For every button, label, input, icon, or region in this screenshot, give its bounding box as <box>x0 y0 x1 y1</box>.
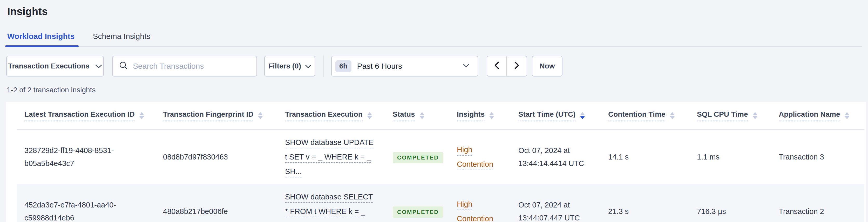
cell-application-name: Transaction 2 <box>771 184 864 222</box>
cell-execution-id: 452da3e7-e7fa-4801-aa40-c59988d14eb6 <box>17 184 155 222</box>
cell-status: COMPLETED <box>385 130 449 184</box>
cell-transaction-execution: SHOW database SELECT * FROM t WHERE k = … <box>277 184 385 222</box>
insight-link[interactable]: High Contention <box>457 200 493 222</box>
cell-sql-cpu-time: 1.1 ms <box>689 130 771 184</box>
search-box[interactable] <box>112 56 257 76</box>
column-header-transaction-execution[interactable]: Transaction Execution <box>277 102 385 130</box>
insight-link[interactable]: High Contention <box>457 146 493 168</box>
cell-fingerprint-id: 08d8b7d97f830463 <box>155 130 277 184</box>
transaction-execution-link[interactable]: SHOW database UPDATE t SET v = _ WHERE k… <box>285 138 374 176</box>
toolbar: Transaction Executions Filters (0) 6h Pa… <box>6 56 868 76</box>
cell-contention-time: 14.1 s <box>600 130 689 184</box>
now-button[interactable]: Now <box>532 56 562 76</box>
column-header-start-time[interactable]: Start Time (UTC) <box>510 102 600 130</box>
sort-icon <box>367 112 372 119</box>
cell-sql-cpu-time: 716.3 µs <box>689 184 771 222</box>
page-title: Insights <box>0 0 868 18</box>
cell-insight: High Contention <box>449 130 510 184</box>
transaction-execution-link[interactable]: SHOW database SELECT * FROM t WHERE k = … <box>285 193 373 222</box>
time-range-label: Past 6 Hours <box>357 62 463 70</box>
sort-desc-icon <box>580 112 585 119</box>
cell-insight: High Contention <box>449 184 510 222</box>
tab-schema-insights[interactable]: Schema Insights <box>92 27 151 46</box>
column-header-status[interactable]: Status <box>385 102 449 130</box>
sort-icon <box>489 112 494 119</box>
time-prev-button[interactable] <box>487 56 507 76</box>
sort-icon <box>753 112 757 119</box>
filters-button[interactable]: Filters (0) <box>264 56 315 76</box>
status-badge: COMPLETED <box>393 152 443 163</box>
chevron-left-icon <box>494 61 500 71</box>
cell-contention-time: 21.3 s <box>600 184 689 222</box>
table-row: 452da3e7-e7fa-4801-aa40-c59988d14eb6 480… <box>17 184 864 222</box>
tab-workload-insights[interactable]: Workload Insights <box>6 27 75 46</box>
cell-start-time: Oct 07, 2024 at 13:44:07.447 UTC <box>510 184 600 222</box>
results-count: 1-2 of 2 transaction insights <box>7 86 868 94</box>
column-header-contention-time[interactable]: Contention Time <box>600 102 689 130</box>
insights-table-card: Latest Transaction Execution ID Transact… <box>6 102 866 222</box>
search-icon <box>119 61 128 71</box>
insights-page: Insights Workload Insights Schema Insigh… <box>0 0 868 222</box>
table-row: 328729d2-ff19-4408-8531-b05a5b4e43c7 08d… <box>17 130 864 184</box>
sort-icon <box>420 112 424 119</box>
time-pager <box>487 56 527 76</box>
column-header-insights[interactable]: Insights <box>449 102 510 130</box>
search-input[interactable] <box>133 62 250 70</box>
execution-type-label: Transaction Executions <box>8 62 90 70</box>
table-header-row: Latest Transaction Execution ID Transact… <box>17 102 864 130</box>
cell-transaction-execution: SHOW database UPDATE t SET v = _ WHERE k… <box>277 130 385 184</box>
transaction-insights-table: Latest Transaction Execution ID Transact… <box>17 102 864 222</box>
cell-status: COMPLETED <box>385 184 449 222</box>
sort-icon <box>140 112 144 119</box>
sort-icon <box>670 112 675 119</box>
cell-fingerprint-id: 480a8b217be006fe <box>155 184 277 222</box>
time-next-button[interactable] <box>507 56 527 76</box>
sort-icon <box>258 112 263 119</box>
column-header-sql-cpu-time[interactable]: SQL CPU Time <box>689 102 771 130</box>
execution-type-dropdown[interactable]: Transaction Executions <box>6 56 104 76</box>
cell-start-time: Oct 07, 2024 at 13:44:14.4414 UTC <box>510 130 600 184</box>
time-range-picker[interactable]: 6h Past 6 Hours <box>331 56 478 76</box>
chevron-right-icon <box>514 61 520 71</box>
cell-application-name: Transaction 3 <box>771 130 864 184</box>
column-header-application-name[interactable]: Application Name <box>771 102 864 130</box>
time-range-badge: 6h <box>335 60 351 72</box>
column-header-transaction-fingerprint-id[interactable]: Transaction Fingerprint ID <box>155 102 277 130</box>
chevron-down-icon <box>305 62 311 70</box>
filters-label: Filters (0) <box>269 62 301 70</box>
chevron-down-icon <box>463 64 469 69</box>
status-badge: COMPLETED <box>393 207 443 218</box>
toolbar-divider <box>323 56 324 77</box>
cell-execution-id: 328729d2-ff19-4408-8531-b05a5b4e43c7 <box>17 130 155 184</box>
column-header-latest-transaction-execution-id[interactable]: Latest Transaction Execution ID <box>17 102 155 130</box>
tab-bar: Workload Insights Schema Insights <box>6 27 862 47</box>
sort-icon <box>845 112 849 119</box>
chevron-down-icon <box>95 62 102 70</box>
